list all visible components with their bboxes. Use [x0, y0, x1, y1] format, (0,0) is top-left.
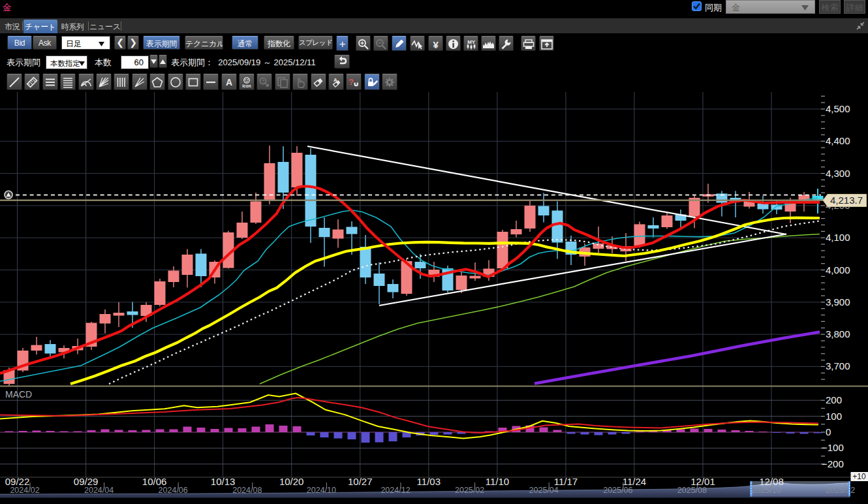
svg-text:¥: ¥	[433, 39, 439, 50]
svg-text:A: A	[226, 77, 232, 87]
svg-text:09/22: 09/22	[5, 476, 30, 487]
svg-text:MACD: MACD	[5, 389, 32, 400]
svg-text:−100: −100	[822, 442, 844, 453]
svg-text:11/03: 11/03	[417, 476, 441, 487]
svg-text:100: 100	[826, 411, 842, 422]
svg-text:4,400: 4,400	[826, 135, 850, 146]
svg-text:11/17: 11/17	[554, 476, 578, 487]
svg-text:0: 0	[826, 426, 831, 437]
svg-text:12/08: 12/08	[759, 476, 784, 487]
svg-text:3,800: 3,800	[826, 328, 850, 339]
svg-text:10/27: 10/27	[348, 476, 373, 487]
svg-text:3,900: 3,900	[826, 296, 850, 307]
svg-text:10/06: 10/06	[142, 476, 167, 487]
svg-text:11/24: 11/24	[623, 476, 646, 487]
svg-text:09/29: 09/29	[74, 476, 99, 487]
svg-text:−200: −200	[822, 458, 844, 469]
svg-text:2025/12: 2025/12	[826, 486, 855, 495]
svg-text:2024/08: 2024/08	[232, 486, 262, 495]
svg-text:4,100: 4,100	[826, 232, 850, 243]
svg-text:10/20: 10/20	[279, 476, 304, 487]
svg-text:4,000: 4,000	[826, 264, 850, 276]
svg-text:4,300: 4,300	[826, 168, 850, 179]
svg-text:12/01: 12/01	[690, 476, 715, 487]
svg-text:4,500: 4,500	[826, 103, 850, 114]
svg-text:4,213.7: 4,213.7	[830, 195, 863, 206]
svg-text:2024/10: 2024/10	[307, 486, 336, 495]
svg-text:2025/02: 2025/02	[455, 486, 484, 495]
svg-text:2024/12: 2024/12	[380, 486, 410, 495]
svg-text:11/10: 11/10	[486, 476, 509, 487]
svg-text:+10: +10	[852, 472, 866, 481]
svg-text:10/13: 10/13	[211, 476, 236, 487]
svg-text:icon: icon	[242, 83, 251, 87]
svg-text:?: ?	[349, 77, 354, 87]
svg-text:200: 200	[826, 394, 842, 405]
svg-text:3,700: 3,700	[826, 360, 850, 371]
